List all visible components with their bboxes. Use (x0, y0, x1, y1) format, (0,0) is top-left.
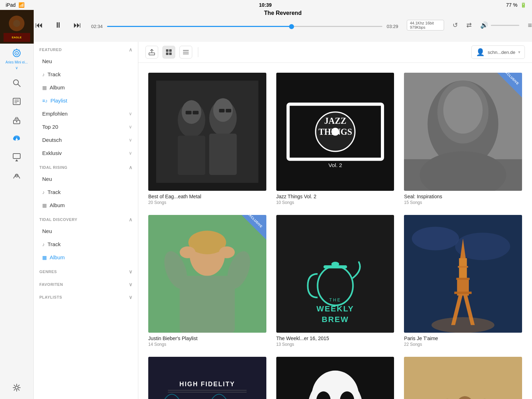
grid-item-pacific[interactable]: Pacific Pop...nd Beyond 30 Songs (404, 357, 522, 399)
grid-item-paris[interactable]: Paris Je T'aime 22 Songs (404, 215, 522, 347)
section-playlists: PLAYLISTS ∨ (34, 289, 138, 302)
section-genres: GENRES ∨ (34, 264, 138, 277)
svg-point-57 (443, 87, 483, 134)
sidebar-item-deutsch[interactable]: Deutsch ∨ (34, 133, 138, 146)
svg-text:EAGLE: EAGLE (12, 36, 22, 39)
svg-rect-85 (456, 278, 470, 280)
sidebar-item-neu-rising[interactable]: Neu (34, 172, 138, 185)
next-button[interactable]: ⏭ (72, 19, 83, 31)
section-tidal-rising: TIDAL RISING ∧ (34, 160, 138, 172)
sidebar-item-album-discovery[interactable]: ▦ Album (34, 251, 138, 264)
export-button[interactable] (145, 46, 158, 59)
tidal-discovery-collapse[interactable]: ∧ (129, 217, 133, 222)
user-area[interactable]: 👤 schn...den.de ▾ (471, 45, 525, 59)
album-rising-label: Album (50, 202, 65, 208)
svg-point-66 (180, 246, 195, 258)
thumb-bieber: EXCLUSIVE (148, 215, 266, 333)
svg-point-25 (15, 386, 18, 389)
favoriten-label: FAVORITEN (39, 282, 63, 287)
svg-point-67 (219, 246, 235, 258)
progress-fill (107, 26, 292, 27)
radio-icon (11, 48, 22, 59)
icon-radio[interactable]: Aries Mini ei... ∨ (6, 48, 28, 70)
progress-track[interactable] (107, 26, 383, 27)
sidebar-item-playlist-1[interactable]: ≡♪ Playlist (34, 94, 138, 107)
icon-scrobble[interactable] (11, 170, 22, 181)
shuffle-icon[interactable]: ⇄ (466, 21, 472, 29)
expand-arrow[interactable]: ∨ (15, 66, 18, 70)
item-sub-jazz-things: 10 Songs (276, 200, 394, 205)
empfohlen-arrow: ∨ (129, 111, 132, 116)
sidebar-item-neu-featured[interactable]: Neu (34, 55, 138, 68)
svg-rect-26 (149, 53, 155, 55)
icon-settings[interactable] (11, 382, 22, 393)
svg-point-71 (331, 262, 339, 266)
list-view-button[interactable] (179, 46, 192, 59)
device-label: iPad (6, 2, 16, 8)
radio-label: Aries Mini ei... (6, 60, 28, 64)
playlists-collapse[interactable]: ∨ (129, 294, 133, 300)
icon-library[interactable] (11, 96, 22, 107)
svg-text:JAZZ: JAZZ (324, 116, 346, 126)
sidebar-item-track-1[interactable]: ♪ Track (34, 68, 138, 81)
grid-item-weekly-brew[interactable]: THE WEEKLY BREW The Weekl...er 16, 2015 … (276, 215, 394, 347)
sidebar-item-track-rising[interactable]: ♪ Track (34, 185, 138, 199)
genres-label: GENRES (39, 270, 57, 274)
grid-item-dead[interactable]: The Dead F...eadheads 20 Songs (276, 357, 394, 399)
tidal-rising-label: TIDAL RISING (39, 165, 67, 170)
item-title-bieber: Justin Bieber's Playlist (148, 336, 266, 341)
status-left: iPad 📶 (6, 2, 24, 8)
repeat-icon[interactable]: ↺ (453, 21, 458, 29)
sidebar-item-exklusiv[interactable]: Exklusiv ∨ (34, 146, 138, 160)
favoriten-collapse[interactable]: ∨ (129, 282, 133, 287)
icon-cloud[interactable] (11, 133, 22, 144)
sidebar-item-neu-discovery[interactable]: Neu (34, 225, 138, 238)
svg-rect-15 (16, 117, 18, 119)
svg-rect-46 (226, 109, 231, 112)
album-discovery-label: Album (50, 254, 65, 260)
svg-line-9 (18, 84, 21, 87)
icon-airplay[interactable] (11, 151, 22, 162)
playlist-1-label: Playlist (50, 98, 67, 104)
svg-text:WEEKLY: WEEKLY (316, 304, 354, 313)
album-icon-1: ▦ (42, 85, 47, 90)
grid-view-button[interactable] (162, 46, 175, 59)
prev-button[interactable]: ⏮ (34, 19, 44, 31)
wifi-icon: 📶 (18, 2, 24, 8)
svg-rect-29 (169, 49, 172, 52)
icon-radio2[interactable] (11, 114, 22, 126)
svg-rect-88 (148, 357, 266, 399)
grid-item-best-of-eag[interactable]: Best of Eag...eath Metal 20 Songs (148, 73, 266, 205)
neu-featured-label: Neu (42, 58, 52, 64)
grid-item-hifi[interactable]: HIGH FIDELITY PUBLISHER PLAYLIST What Hi… (148, 357, 266, 399)
sidebar-item-album-1[interactable]: ▦ Album (34, 81, 138, 94)
icon-search[interactable] (11, 77, 22, 89)
thumb-pacific (404, 357, 522, 399)
grid-item-seal[interactable]: EXCLUSIVE Seal: Inspirations 15 Songs (404, 73, 522, 205)
sidebar-item-track-discovery[interactable]: ♪ Track (34, 238, 138, 251)
sidebar-item-album-rising[interactable]: ▦ Album (34, 199, 138, 212)
svg-point-7 (16, 53, 17, 54)
current-time: 02:34 (91, 24, 103, 29)
svg-text:THE: THE (329, 298, 341, 303)
pause-button[interactable]: ⏸ (53, 19, 63, 31)
svg-rect-22 (13, 154, 20, 159)
player-controls-area: The Reverend ⏮ ⏸ ⏭ 02:34 03:29 44.1Khz 1… (34, 10, 532, 31)
volume-track[interactable] (491, 25, 519, 26)
featured-collapse[interactable]: ∧ (129, 47, 133, 52)
item-title-paris: Paris Je T'aime (404, 336, 522, 341)
svg-marker-23 (15, 159, 18, 161)
sidebar-item-empfohlen[interactable]: Empfohlen ∨ (34, 107, 138, 120)
toolbar-divider (198, 47, 198, 57)
menu-icon[interactable]: ≡ (528, 21, 532, 29)
sidebar-item-top20[interactable]: Top 20 ∨ (34, 120, 138, 133)
svg-rect-43 (185, 111, 192, 115)
svg-rect-45 (219, 109, 225, 112)
tidal-rising-collapse[interactable]: ∧ (129, 165, 133, 170)
grid-item-bieber[interactable]: EXCLUSIVE Justin Bieber's Playlist 14 So… (148, 215, 266, 347)
user-icon: 👤 (476, 48, 485, 56)
grid-item-jazz-things[interactable]: JAZZ THINGS Vol. 2 Jazz Things Vol. 2 10… (276, 73, 394, 205)
album-icon-discovery: ▦ (42, 255, 47, 260)
genres-collapse[interactable]: ∨ (129, 269, 133, 275)
track-discovery-label: Track (48, 241, 61, 247)
